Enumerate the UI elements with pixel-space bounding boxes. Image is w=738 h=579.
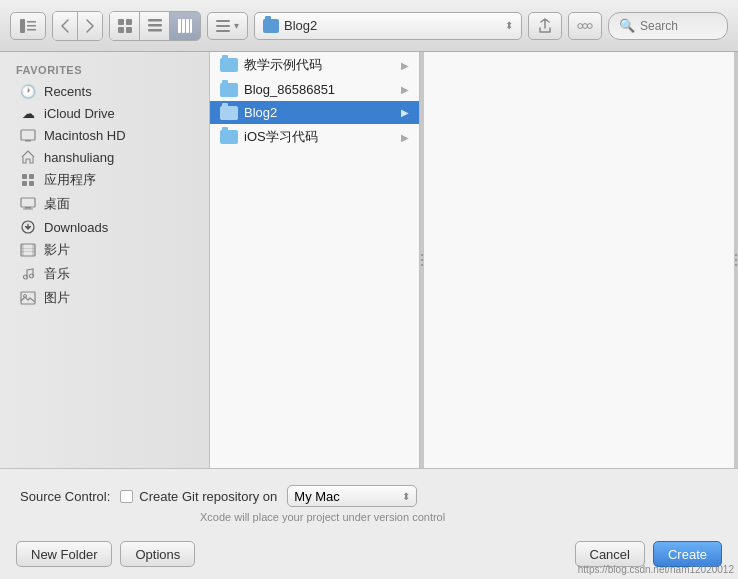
file-item[interactable]: Blog_86586851 ▶ xyxy=(210,78,419,101)
sidebar-item-pictures[interactable]: 图片 xyxy=(4,286,205,310)
location-chevron-icon: ⬍ xyxy=(505,20,513,31)
svg-point-19 xyxy=(583,23,588,28)
svg-rect-7 xyxy=(126,27,132,33)
resize-dot xyxy=(421,254,423,256)
svg-rect-5 xyxy=(126,19,132,25)
sidebar-item-label: 音乐 xyxy=(44,265,70,283)
search-input[interactable] xyxy=(640,19,717,33)
share-button[interactable] xyxy=(528,12,562,40)
file-name: Blog_86586851 xyxy=(244,82,335,97)
source-control-row: Source Control: Create Git repository on… xyxy=(20,485,718,507)
svg-rect-29 xyxy=(23,209,33,210)
svg-rect-6 xyxy=(118,27,124,33)
chevron-right-icon: ▶ xyxy=(401,107,409,118)
action-left-buttons: New Folder Options xyxy=(16,541,195,567)
svg-rect-35 xyxy=(21,251,35,252)
watermark: https://blog.csdn.net/nam12020012 xyxy=(578,564,734,575)
sidebar-toggle-button[interactable] xyxy=(10,12,46,40)
svg-rect-24 xyxy=(29,174,34,179)
sidebar-item-movies[interactable]: 影片 xyxy=(4,238,205,262)
movies-icon xyxy=(20,242,36,258)
sidebar-item-icloud[interactable]: ☁ iCloud Drive xyxy=(4,102,205,124)
file-item[interactable]: iOS学习代码 ▶ xyxy=(210,124,419,150)
svg-point-18 xyxy=(578,23,583,28)
forward-button[interactable] xyxy=(78,12,102,40)
sidebar-item-music[interactable]: 音乐 xyxy=(4,262,205,286)
svg-rect-14 xyxy=(190,19,192,33)
svg-rect-4 xyxy=(118,19,124,25)
sidebar-item-label: 桌面 xyxy=(44,195,70,213)
chevron-right-icon: ▶ xyxy=(401,84,409,95)
svg-rect-0 xyxy=(20,19,25,33)
music-icon xyxy=(20,266,36,282)
location-text: Blog2 xyxy=(284,18,317,33)
file-name: iOS学习代码 xyxy=(244,128,318,146)
checkbox-wrapper: Create Git repository on xyxy=(120,489,277,504)
arrange-button[interactable]: ▾ xyxy=(207,12,248,40)
sidebar-item-macintosh[interactable]: Macintosh HD xyxy=(4,124,205,146)
sidebar-item-recents[interactable]: 🕐 Recents xyxy=(4,80,205,102)
svg-rect-22 xyxy=(25,140,31,142)
svg-rect-33 xyxy=(32,244,35,256)
column-view-button[interactable] xyxy=(170,12,200,40)
file-browser: 教学示例代码 ▶ Blog_86586851 ▶ Blog2 ▶ xyxy=(210,52,738,468)
desktop-icon xyxy=(20,196,36,212)
sidebar-item-label: iCloud Drive xyxy=(44,106,115,121)
resize-handle-2[interactable] xyxy=(734,52,738,468)
sidebar-item-label: 图片 xyxy=(44,289,70,307)
git-checkbox[interactable] xyxy=(120,490,133,503)
folder-icon xyxy=(220,130,238,144)
file-name: 教学示例代码 xyxy=(244,56,322,74)
svg-rect-26 xyxy=(29,181,34,186)
checkbox-label: Create Git repository on xyxy=(139,489,277,504)
resize-dot xyxy=(735,254,737,256)
bottom-bar: Source Control: Create Git repository on… xyxy=(0,468,738,533)
svg-rect-13 xyxy=(186,19,189,33)
sidebar-item-label: 影片 xyxy=(44,241,70,259)
sidebar-item-label: Downloads xyxy=(44,220,108,235)
icloud-icon: ☁ xyxy=(20,105,36,121)
sidebar-item-downloads[interactable]: Downloads xyxy=(4,216,205,238)
search-box[interactable]: 🔍 xyxy=(608,12,728,40)
folder-icon xyxy=(220,58,238,72)
location-bar[interactable]: Blog2 ⬍ xyxy=(254,12,522,40)
sidebar-item-apps[interactable]: 应用程序 xyxy=(4,168,205,192)
pictures-icon xyxy=(20,290,36,306)
sidebar-item-desktop[interactable]: 桌面 xyxy=(4,192,205,216)
list-view-button[interactable] xyxy=(140,12,170,40)
file-name: Blog2 xyxy=(244,105,277,120)
file-item[interactable]: Blog2 ▶ xyxy=(210,101,419,124)
sidebar: Favorites 🕐 Recents ☁ iCloud Drive Macin… xyxy=(0,52,210,468)
file-item[interactable]: 教学示例代码 ▶ xyxy=(210,52,419,78)
sidebar-item-label: Recents xyxy=(44,84,92,99)
file-item-left: Blog2 xyxy=(220,105,277,120)
svg-rect-9 xyxy=(148,24,162,27)
dropdown-value: My Mac xyxy=(294,489,340,504)
home-icon xyxy=(20,149,36,165)
svg-rect-1 xyxy=(27,21,36,23)
resize-dots xyxy=(421,254,423,266)
icon-view-button[interactable] xyxy=(110,12,140,40)
svg-rect-12 xyxy=(182,19,185,33)
svg-rect-3 xyxy=(27,29,36,31)
dropdown-chevron-icon: ⬍ xyxy=(402,491,410,502)
recents-icon: 🕐 xyxy=(20,83,36,99)
svg-rect-23 xyxy=(22,174,27,179)
svg-rect-38 xyxy=(21,292,35,304)
git-location-dropdown[interactable]: My Mac ⬍ xyxy=(287,485,417,507)
tag-button[interactable] xyxy=(568,12,602,40)
file-item-left: iOS学习代码 xyxy=(220,128,318,146)
file-item-left: 教学示例代码 xyxy=(220,56,322,74)
sidebar-section-label: Favorites xyxy=(0,60,209,80)
nav-buttons xyxy=(52,11,103,41)
file-item-left: Blog_86586851 xyxy=(220,82,335,97)
sidebar-item-hanshuliang[interactable]: hanshuliang xyxy=(4,146,205,168)
svg-rect-27 xyxy=(21,198,35,207)
resize-dot xyxy=(735,264,737,266)
new-folder-button[interactable]: New Folder xyxy=(16,541,112,567)
svg-rect-28 xyxy=(25,207,31,209)
column-panel-1: 教学示例代码 ▶ Blog_86586851 ▶ Blog2 ▶ xyxy=(210,52,420,468)
options-button[interactable]: Options xyxy=(120,541,195,567)
back-button[interactable] xyxy=(53,12,78,40)
svg-rect-32 xyxy=(21,244,24,256)
